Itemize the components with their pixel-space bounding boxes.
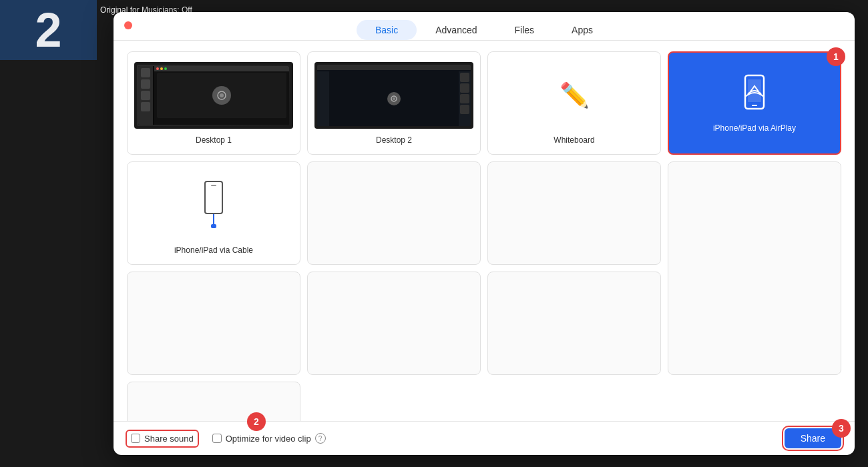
desktop2-thumbnail bbox=[314, 62, 473, 129]
grid-item-empty4 bbox=[127, 272, 300, 375]
badge-1: 1 bbox=[827, 47, 845, 66]
screen-share-grid: Desktop 1 bbox=[114, 41, 855, 421]
desktop1-label: Desktop 1 bbox=[196, 135, 232, 145]
badge-3: 3 bbox=[832, 419, 851, 438]
share-sound-label: Share sound bbox=[144, 434, 194, 444]
pencil-icon: ✏️ bbox=[560, 81, 590, 109]
screen-share-modal: Basic Advanced Files Apps bbox=[114, 12, 855, 455]
tabs-bar: Basic Advanced Files Apps bbox=[114, 12, 855, 41]
grid-item-whiteboard[interactable]: ✏️ Whiteboard bbox=[487, 51, 661, 155]
help-icon[interactable]: ? bbox=[315, 433, 326, 444]
cable-thumbnail bbox=[134, 172, 293, 239]
grid-item-empty3 bbox=[668, 161, 841, 375]
grid-item-empty1 bbox=[307, 161, 481, 265]
share-sound-checkbox[interactable] bbox=[131, 434, 140, 443]
grid-item-empty2 bbox=[487, 161, 661, 265]
grid-item-desktop2[interactable]: Desktop 2 bbox=[307, 51, 481, 155]
grid-item-airplay[interactable]: 1 iPhone/iPad via AirPlay bbox=[668, 51, 841, 155]
optimize-video-checkbox[interactable] bbox=[212, 434, 222, 443]
svg-point-1 bbox=[220, 93, 224, 97]
grid-item-empty7 bbox=[127, 382, 300, 421]
tab-apps[interactable]: Apps bbox=[553, 20, 612, 40]
grid-item-desktop1[interactable]: Desktop 1 bbox=[127, 51, 300, 155]
desktop2-label: Desktop 2 bbox=[376, 135, 412, 145]
svg-rect-6 bbox=[752, 105, 757, 106]
share-sound-group[interactable]: Share sound bbox=[127, 431, 198, 446]
share-button-wrap: 3 Share bbox=[785, 428, 841, 448]
tab-files[interactable]: Files bbox=[496, 20, 554, 40]
airplay-icon-wrap bbox=[733, 74, 776, 117]
grid-item-empty5 bbox=[307, 272, 481, 375]
whiteboard-label: Whiteboard bbox=[554, 135, 594, 145]
badge-2: 2 bbox=[247, 412, 266, 431]
bottom-bar: 2 Share sound Optimize for video clip ? … bbox=[114, 421, 855, 455]
grid-item-empty6 bbox=[487, 272, 661, 375]
grid-item-cable[interactable]: iPhone/iPad via Cable bbox=[127, 161, 300, 265]
tab-advanced[interactable]: Advanced bbox=[417, 20, 495, 40]
desktop1-thumbnail bbox=[134, 62, 293, 129]
whiteboard-thumbnail: ✏️ bbox=[495, 62, 654, 129]
svg-point-3 bbox=[393, 97, 395, 100]
cable-phone-icon bbox=[204, 181, 223, 228]
optimize-video-group[interactable]: Optimize for video clip ? bbox=[208, 430, 330, 446]
optimize-video-label: Optimize for video clip bbox=[226, 434, 311, 444]
cable-label: iPhone/iPad via Cable bbox=[174, 246, 253, 255]
tab-basic[interactable]: Basic bbox=[357, 20, 417, 40]
bg-number: 2 bbox=[35, 3, 61, 57]
modal-close-dot[interactable] bbox=[124, 21, 132, 29]
bg-number-tile: 2 bbox=[0, 0, 97, 60]
airplay-label: iPhone/iPad via AirPlay bbox=[713, 123, 796, 133]
